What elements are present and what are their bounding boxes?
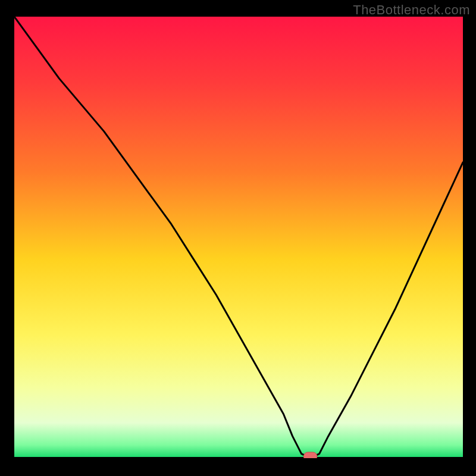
- bottleneck-chart: [14, 17, 463, 458]
- gradient-background: [14, 17, 463, 458]
- optimal-marker: [303, 452, 317, 458]
- watermark-text: TheBottleneck.com: [353, 2, 470, 18]
- chart-frame: TheBottleneck.com: [0, 0, 476, 476]
